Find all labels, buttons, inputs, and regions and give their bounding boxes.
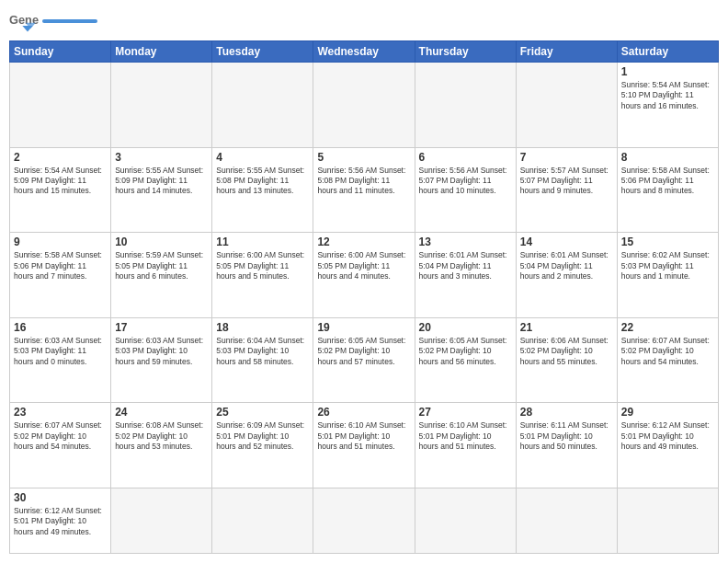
calendar-cell: 23Sunrise: 6:07 AM Sunset: 5:02 PM Dayli…: [10, 403, 111, 488]
calendar-cell: [617, 488, 718, 553]
date-number: 10: [115, 236, 208, 248]
date-number: 23: [14, 406, 107, 419]
svg-rect-3: [42, 19, 97, 23]
calendar-week-row: 23Sunrise: 6:07 AM Sunset: 5:02 PM Dayli…: [10, 403, 719, 488]
logo-underline: [42, 16, 97, 27]
date-number: 5: [317, 151, 410, 164]
calendar-cell: [313, 63, 415, 148]
cell-info: Sunrise: 5:59 AM Sunset: 5:05 PM Dayligh…: [115, 250, 208, 282]
cell-info: Sunrise: 5:58 AM Sunset: 5:06 PM Dayligh…: [14, 250, 107, 282]
date-number: 2: [14, 151, 107, 164]
calendar-cell: 10Sunrise: 5:59 AM Sunset: 5:05 PM Dayli…: [111, 233, 212, 318]
calendar-cell: 27Sunrise: 6:10 AM Sunset: 5:01 PM Dayli…: [415, 403, 516, 488]
cell-info: Sunrise: 6:04 AM Sunset: 5:03 PM Dayligh…: [216, 336, 309, 367]
cell-info: Sunrise: 6:00 AM Sunset: 5:05 PM Dayligh…: [317, 250, 410, 282]
date-number: 18: [216, 321, 309, 334]
calendar-week-row: 30Sunrise: 6:12 AM Sunset: 5:01 PM Dayli…: [10, 488, 719, 553]
calendar-cell: 11Sunrise: 6:00 AM Sunset: 5:05 PM Dayli…: [212, 233, 313, 318]
cell-info: Sunrise: 6:02 AM Sunset: 5:03 PM Dayligh…: [621, 250, 714, 282]
date-number: 30: [14, 491, 107, 504]
calendar-cell: 15Sunrise: 6:02 AM Sunset: 5:03 PM Dayli…: [617, 233, 718, 318]
calendar-cell: 12Sunrise: 6:00 AM Sunset: 5:05 PM Dayli…: [313, 233, 415, 318]
cell-info: Sunrise: 5:54 AM Sunset: 5:10 PM Dayligh…: [621, 80, 714, 111]
calendar-cell: [111, 63, 212, 148]
calendar-cell: 1Sunrise: 5:54 AM Sunset: 5:10 PM Daylig…: [617, 63, 718, 148]
logo: General: [9, 9, 97, 35]
date-number: 21: [520, 321, 613, 334]
calendar-cell: [313, 488, 415, 553]
calendar-cell: 19Sunrise: 6:05 AM Sunset: 5:02 PM Dayli…: [313, 317, 415, 403]
cell-info: Sunrise: 5:57 AM Sunset: 5:07 PM Dayligh…: [520, 166, 613, 197]
date-number: 26: [317, 406, 410, 419]
date-number: 22: [621, 321, 714, 334]
calendar-cell: 5Sunrise: 5:56 AM Sunset: 5:08 PM Daylig…: [313, 147, 415, 233]
cell-info: Sunrise: 6:12 AM Sunset: 5:01 PM Dayligh…: [14, 506, 107, 537]
cell-info: Sunrise: 6:03 AM Sunset: 5:03 PM Dayligh…: [14, 336, 107, 367]
calendar-cell: 30Sunrise: 6:12 AM Sunset: 5:01 PM Dayli…: [10, 488, 111, 553]
date-number: 20: [419, 321, 512, 334]
calendar-cell: [10, 63, 111, 148]
cell-info: Sunrise: 6:09 AM Sunset: 5:01 PM Dayligh…: [216, 420, 309, 452]
cell-info: Sunrise: 5:55 AM Sunset: 5:08 PM Dayligh…: [216, 166, 309, 197]
date-number: 15: [621, 236, 714, 248]
date-number: 1: [621, 65, 714, 78]
page: General Sunday Monday Tuesday: [0, 0, 728, 563]
header-saturday: Saturday: [617, 41, 718, 63]
date-number: 28: [520, 406, 613, 419]
cell-info: Sunrise: 5:55 AM Sunset: 5:09 PM Dayligh…: [115, 166, 208, 197]
calendar-cell: 6Sunrise: 5:56 AM Sunset: 5:07 PM Daylig…: [415, 147, 516, 233]
date-number: 4: [216, 151, 309, 164]
calendar-week-row: 2Sunrise: 5:54 AM Sunset: 5:09 PM Daylig…: [10, 147, 719, 233]
date-number: 7: [520, 151, 613, 164]
date-number: 8: [621, 151, 714, 164]
date-number: 27: [419, 406, 512, 419]
calendar-cell: 28Sunrise: 6:11 AM Sunset: 5:01 PM Dayli…: [516, 403, 617, 488]
calendar-cell: 9Sunrise: 5:58 AM Sunset: 5:06 PM Daylig…: [10, 233, 111, 318]
cell-info: Sunrise: 6:07 AM Sunset: 5:02 PM Dayligh…: [621, 336, 714, 367]
calendar-week-row: 1Sunrise: 5:54 AM Sunset: 5:10 PM Daylig…: [10, 63, 719, 148]
header-thursday: Thursday: [415, 41, 516, 63]
date-number: 6: [419, 151, 512, 164]
date-number: 17: [115, 321, 208, 334]
cell-info: Sunrise: 6:08 AM Sunset: 5:02 PM Dayligh…: [115, 420, 208, 452]
calendar-cell: 13Sunrise: 6:01 AM Sunset: 5:04 PM Dayli…: [415, 233, 516, 318]
calendar-cell: 25Sunrise: 6:09 AM Sunset: 5:01 PM Dayli…: [212, 403, 313, 488]
calendar-cell: [111, 488, 212, 553]
calendar-cell: [212, 488, 313, 553]
cell-info: Sunrise: 6:05 AM Sunset: 5:02 PM Dayligh…: [419, 336, 512, 367]
calendar-table: Sunday Monday Tuesday Wednesday Thursday…: [9, 40, 719, 554]
date-number: 9: [14, 236, 107, 248]
calendar-cell: [212, 63, 313, 148]
calendar-cell: 20Sunrise: 6:05 AM Sunset: 5:02 PM Dayli…: [415, 317, 516, 403]
date-number: 25: [216, 406, 309, 419]
calendar-cell: [415, 488, 516, 553]
svg-text:General: General: [9, 13, 39, 27]
date-number: 3: [115, 151, 208, 164]
calendar-cell: 29Sunrise: 6:12 AM Sunset: 5:01 PM Dayli…: [617, 403, 718, 488]
cell-info: Sunrise: 5:56 AM Sunset: 5:08 PM Dayligh…: [317, 166, 410, 197]
calendar-week-row: 9Sunrise: 5:58 AM Sunset: 5:06 PM Daylig…: [10, 233, 719, 318]
cell-info: Sunrise: 5:58 AM Sunset: 5:06 PM Dayligh…: [621, 166, 714, 197]
calendar-cell: 24Sunrise: 6:08 AM Sunset: 5:02 PM Dayli…: [111, 403, 212, 488]
header-friday: Friday: [516, 41, 617, 63]
date-number: 13: [419, 236, 512, 248]
header: General: [9, 9, 719, 35]
cell-info: Sunrise: 6:05 AM Sunset: 5:02 PM Dayligh…: [317, 336, 410, 367]
date-number: 19: [317, 321, 410, 334]
header-tuesday: Tuesday: [212, 41, 313, 63]
cell-info: Sunrise: 6:10 AM Sunset: 5:01 PM Dayligh…: [317, 420, 410, 452]
calendar-cell: 3Sunrise: 5:55 AM Sunset: 5:09 PM Daylig…: [111, 147, 212, 233]
calendar-cell: 22Sunrise: 6:07 AM Sunset: 5:02 PM Dayli…: [617, 317, 718, 403]
header-wednesday: Wednesday: [313, 41, 415, 63]
date-number: 29: [621, 406, 714, 419]
cell-info: Sunrise: 6:06 AM Sunset: 5:02 PM Dayligh…: [520, 336, 613, 367]
calendar-cell: 4Sunrise: 5:55 AM Sunset: 5:08 PM Daylig…: [212, 147, 313, 233]
cell-info: Sunrise: 6:10 AM Sunset: 5:01 PM Dayligh…: [419, 420, 512, 452]
date-number: 24: [115, 406, 208, 419]
cell-info: Sunrise: 6:07 AM Sunset: 5:02 PM Dayligh…: [14, 420, 107, 452]
calendar-header-row: Sunday Monday Tuesday Wednesday Thursday…: [10, 41, 719, 63]
header-monday: Monday: [111, 41, 212, 63]
calendar-cell: 26Sunrise: 6:10 AM Sunset: 5:01 PM Dayli…: [313, 403, 415, 488]
cell-info: Sunrise: 6:01 AM Sunset: 5:04 PM Dayligh…: [419, 250, 512, 282]
calendar-cell: 18Sunrise: 6:04 AM Sunset: 5:03 PM Dayli…: [212, 317, 313, 403]
